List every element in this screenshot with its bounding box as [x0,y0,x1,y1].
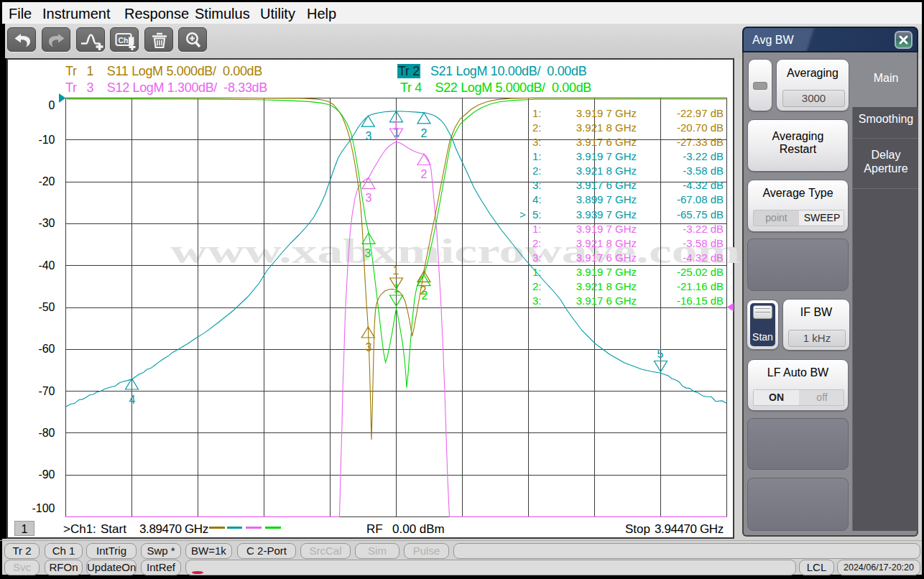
svg-text:1: 1 [393,264,399,277]
svg-text:3.921 8 GHz: 3.921 8 GHz [576,165,637,177]
svg-text:1:: 1: [532,223,542,235]
svg-text:4: 4 [129,394,136,406]
svg-text:-4.32 dB: -4.32 dB [683,179,724,191]
svg-text:2: 2 [421,127,428,139]
svg-text:www.xabxmicrowave.com: www.xabxmicrowave.com [170,232,740,270]
svg-text:1: 1 [393,119,399,131]
svg-text:-90: -90 [38,468,55,481]
svg-text:-3.22 dB: -3.22 dB [683,150,724,162]
svg-text:2:: 2: [532,121,542,134]
svg-text:-3.22 dB: -3.22 dB [683,223,724,235]
svg-text:3.919 7 GHz: 3.919 7 GHz [576,150,637,162]
svg-text:3.919 7 GHz: 3.919 7 GHz [576,107,637,119]
svg-text:3:: 3: [532,295,542,307]
svg-text:3.917 6 GHz: 3.917 6 GHz [576,136,637,148]
svg-text:-100: -100 [32,502,55,514]
svg-text:-67.08 dB: -67.08 dB [677,193,724,205]
svg-text:-65.75 dB: -65.75 dB [677,208,724,221]
svg-text:3: 3 [366,192,372,204]
svg-text:-30: -30 [38,217,55,229]
svg-text:1:: 1: [532,266,542,278]
svg-text:-3.58 dB: -3.58 dB [683,165,724,177]
svg-text:-22.97 dB: -22.97 dB [677,107,724,119]
svg-text:3.917 6 GHz: 3.917 6 GHz [576,295,637,307]
svg-text:3.899 7 GHz: 3.899 7 GHz [576,193,637,205]
svg-text:3: 3 [365,247,371,259]
svg-text:-40: -40 [38,259,55,272]
svg-text:3.917 6 GHz: 3.917 6 GHz [576,179,637,191]
svg-text:-3.58 dB: -3.58 dB [683,237,724,249]
svg-text:3.921 8 GHz: 3.921 8 GHz [576,237,637,249]
svg-text:3: 3 [366,130,372,142]
svg-text:-10: -10 [38,134,55,146]
svg-text:5:: 5: [532,208,542,221]
svg-text:2: 2 [422,290,428,302]
svg-text:5: 5 [657,348,664,360]
svg-text:0: 0 [49,99,55,111]
svg-text:3:: 3: [532,251,542,264]
svg-text:2: 2 [421,168,428,180]
svg-text:3.917 6 GHz: 3.917 6 GHz [576,251,637,264]
svg-text:-20.70 dB: -20.70 dB [677,121,724,134]
svg-text:2:: 2: [532,280,542,292]
svg-text:-4.32 dB: -4.32 dB [683,251,724,264]
svg-text:3: 3 [366,341,372,353]
svg-text:-70: -70 [38,385,55,397]
svg-text:1:: 1: [532,107,542,119]
svg-text:3:: 3: [532,136,542,148]
svg-text:-60: -60 [38,343,55,355]
svg-text:1:: 1: [532,150,542,162]
svg-text:3.921 8 GHz: 3.921 8 GHz [576,121,637,134]
svg-text:-50: -50 [38,301,55,313]
svg-text:>: > [519,208,526,221]
svg-text:-21.16 dB: -21.16 dB [677,280,724,292]
svg-text:4:: 4: [532,193,542,205]
svg-text:3:: 3: [532,179,542,191]
svg-text:-27.33 dB: -27.33 dB [677,136,724,148]
svg-text:-80: -80 [38,427,55,439]
svg-text:3.919 7 GHz: 3.919 7 GHz [576,223,637,235]
svg-text:1: 1 [394,282,400,295]
svg-text:-25.02 dB: -25.02 dB [677,266,724,278]
svg-text:2:: 2: [532,237,542,249]
svg-text:-16.15 dB: -16.15 dB [677,295,724,307]
svg-text:2:: 2: [532,165,542,177]
svg-text:3.939 7 GHz: 3.939 7 GHz [576,208,637,221]
svg-text:3.921 8 GHz: 3.921 8 GHz [576,280,637,292]
svg-text:-20: -20 [38,175,55,187]
svg-text:3.919 7 GHz: 3.919 7 GHz [576,266,637,278]
